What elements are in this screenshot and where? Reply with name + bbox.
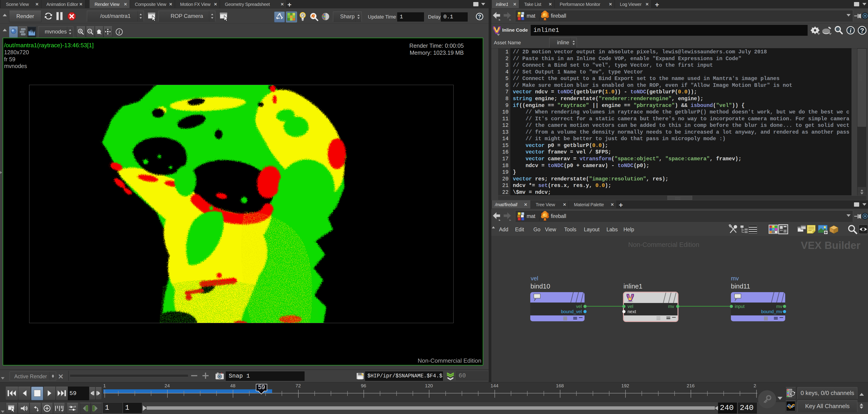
svg-text:?: ? [478, 14, 482, 20]
svg-text:i: i [119, 29, 120, 35]
svg-text:i: i [850, 27, 851, 34]
svg-text:?: ? [860, 27, 864, 34]
